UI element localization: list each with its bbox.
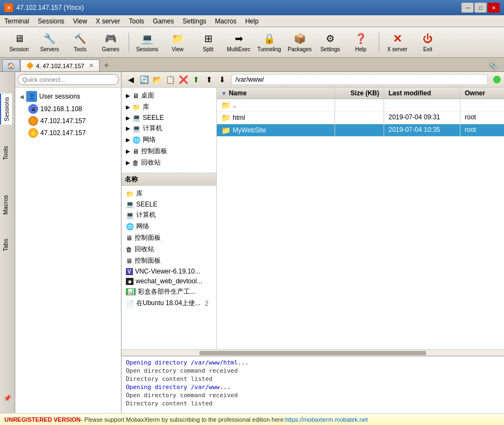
sidebar-tabs[interactable]: Tabs — [0, 235, 11, 254]
file-row-html[interactable]: 📁 html 2019-07-04 09:31 root — [217, 112, 504, 124]
view-button[interactable]: 📁 View — [163, 30, 192, 55]
menu-settings[interactable]: Settings — [178, 15, 210, 27]
split-button[interactable]: ⊞ Split — [193, 30, 223, 55]
col-name-header[interactable]: ▼ Name — [217, 88, 335, 99]
add-tab-button[interactable]: + — [100, 59, 113, 71]
expand-icon: ▶ — [126, 104, 130, 110]
help-button[interactable]: ❓ Help — [346, 30, 375, 55]
pin-icon[interactable]: 📌 — [3, 394, 11, 402]
session-item-1[interactable]: 🔶 47.102.147.157 — [17, 115, 119, 127]
session-label-1: 47.102.147.157 — [40, 117, 86, 125]
horizontal-scrollbar[interactable] — [122, 349, 504, 356]
tree-item-recycle[interactable]: ▶ 🗑 回收站 — [124, 157, 214, 168]
col-owner-header[interactable]: Owner — [460, 88, 504, 99]
fb-status-dot — [493, 76, 501, 83]
tab-bar: 🏠 🔶 4. 47.102.147.157 ✕ + 📎 — [0, 58, 504, 72]
menu-terminal[interactable]: Terminal — [0, 15, 33, 27]
menu-tools[interactable]: Tools — [125, 15, 149, 27]
file-row-mywebsite[interactable]: 📁 MyWebSite 2019-07-04 10:35 root — [217, 124, 504, 137]
sessions-button[interactable]: 💻 Sessions — [132, 30, 162, 55]
servers-button[interactable]: 🔧 Servers — [35, 30, 64, 55]
file-row-html-modified: 2019-07-04 09:31 — [384, 112, 460, 124]
file-row-html-size — [335, 112, 384, 124]
fb-delete-button[interactable]: ❌ — [177, 74, 189, 86]
session-button[interactable]: 🖥 Session — [4, 30, 34, 55]
games-button[interactable]: 🎮 Games — [96, 30, 125, 55]
home-tab[interactable]: 🏠 — [2, 59, 20, 71]
tree-item-lib[interactable]: ▶ 📁 库 — [124, 101, 214, 113]
tree-item-seele[interactable]: ▶ 💻 SEELE — [124, 113, 214, 123]
tree-item-computer[interactable]: ▶ 💻 计算机 — [124, 123, 214, 134]
tree-item-desktop[interactable]: ▶ 🖥 桌面 — [124, 90, 214, 101]
fb-download-button[interactable]: ⬇ — [216, 74, 228, 86]
fb-back-button[interactable]: ◀ — [125, 74, 137, 86]
col-size-header[interactable]: Size (KB) — [335, 88, 384, 99]
xserver-label: X server — [387, 46, 407, 52]
lt-item-1[interactable]: 💻 SEELE — [124, 199, 214, 209]
lt-item-8[interactable]: ■ wechat_web_devtool... — [124, 276, 214, 286]
bottom-tree: 📁 库 💻 SEELE 💻 计算机 🌐 网络 — [122, 186, 216, 311]
multiexec-icon: ➡ — [232, 32, 245, 45]
fb-copy-button[interactable]: 📋 — [164, 74, 176, 86]
tunneling-button[interactable]: 🔒 Tunneling — [254, 30, 284, 55]
lt-item-3[interactable]: 🌐 网络 — [124, 221, 214, 232]
attachment-icon[interactable]: 📎 — [484, 60, 502, 71]
network-icon: 🌐 — [132, 136, 141, 144]
menu-games[interactable]: Games — [149, 15, 179, 27]
sidebar-macros[interactable]: Macros — [0, 192, 11, 218]
top-tree: ▶ 🖥 桌面 ▶ 📁 库 ▶ 💻 SEELE — [122, 88, 216, 171]
settings-button[interactable]: ⚙ Settings — [315, 30, 345, 55]
fb-upload-button[interactable]: ⬆ — [190, 74, 202, 86]
fb-open-button[interactable]: 📂 — [151, 74, 163, 86]
sidebar-tools[interactable]: Tools — [0, 143, 11, 163]
xserver-button[interactable]: ✕ X server — [382, 30, 412, 55]
maximize-button[interactable]: □ — [475, 3, 487, 13]
lt-item-9[interactable]: 📊 彩盒各部件生产工... — [124, 286, 214, 298]
menu-sessions[interactable]: Sessions — [33, 15, 69, 27]
exit-icon: ⏻ — [421, 32, 434, 45]
lt-item-4[interactable]: 🖥 控制面板 — [124, 232, 214, 244]
tree-item-network[interactable]: ▶ 🌐 网络 — [124, 134, 214, 145]
fb-upload2-button[interactable]: ⬆ — [203, 74, 215, 86]
user-sessions-header[interactable]: ◀ 👤 User sessions — [17, 90, 119, 103]
menu-macros[interactable]: Macros — [211, 15, 241, 27]
mobatek-link[interactable]: https://mobaxterm.mobatek.net — [285, 416, 368, 423]
packages-button[interactable]: 📦 Packages — [285, 30, 314, 55]
fb-path-input[interactable]: /var/www/ — [232, 74, 488, 85]
tree-item-control[interactable]: ▶ 🖥 控制面板 — [124, 145, 214, 157]
minimize-button[interactable]: ─ — [462, 3, 473, 13]
folder-mywebsite-icon: 📁 — [221, 126, 230, 135]
file-row-up[interactable]: 📁 .. — [217, 99, 504, 112]
quick-connect-input[interactable] — [17, 74, 119, 85]
sidebar-sessions[interactable]: Sessions — [0, 94, 12, 125]
multiexec-button[interactable]: ➡ MultiExec — [224, 30, 253, 55]
col-modified-header[interactable]: Last modified — [384, 88, 460, 99]
close-button[interactable]: ✕ — [488, 3, 500, 13]
help-label: Help — [355, 46, 367, 52]
menu-xserver[interactable]: X server — [92, 15, 125, 27]
lt-item-0[interactable]: 📁 库 — [124, 188, 214, 199]
lt-item-7[interactable]: V VNC-Viewer-6.19.10... — [124, 266, 214, 276]
tools-button[interactable]: 🔨 Tools — [65, 30, 95, 55]
lt-item-6[interactable]: 🖥 控制面板 — [124, 255, 214, 266]
exit-button[interactable]: ⏻ Exit — [413, 30, 442, 55]
session-item-0[interactable]: 🖥 192.168.1.108 — [17, 103, 119, 115]
log-line-4: Open directory command received — [126, 391, 500, 399]
unregistered-text: UNREGISTERED VERSION — [4, 416, 81, 423]
xserver-icon: ✕ — [391, 32, 404, 45]
lt-item-10[interactable]: 📄 在Ubuntu 18.04上使... 2 — [124, 298, 214, 309]
file-row-up-owner — [460, 99, 504, 111]
session-item-2[interactable]: ⭐ 47.102.147.157 — [17, 127, 119, 139]
fb-refresh-button[interactable]: 🔄 — [138, 74, 150, 86]
menu-help[interactable]: Help — [241, 15, 263, 27]
tab-close-icon[interactable]: ✕ — [89, 62, 94, 69]
lt-item-5[interactable]: 🗑 回收站 — [124, 244, 214, 255]
menu-view[interactable]: View — [69, 15, 92, 27]
log-line-5: Directory content listed — [126, 399, 500, 408]
session-tab[interactable]: 🔶 4. 47.102.147.157 ✕ — [20, 59, 100, 71]
user-sessions-label: User sessions — [39, 93, 80, 100]
expand-icon: ▶ — [126, 115, 130, 121]
lt-item-2[interactable]: 💻 计算机 — [124, 209, 214, 221]
session-icon-0: 🖥 — [28, 104, 38, 114]
split-icon: ⊞ — [202, 32, 215, 45]
